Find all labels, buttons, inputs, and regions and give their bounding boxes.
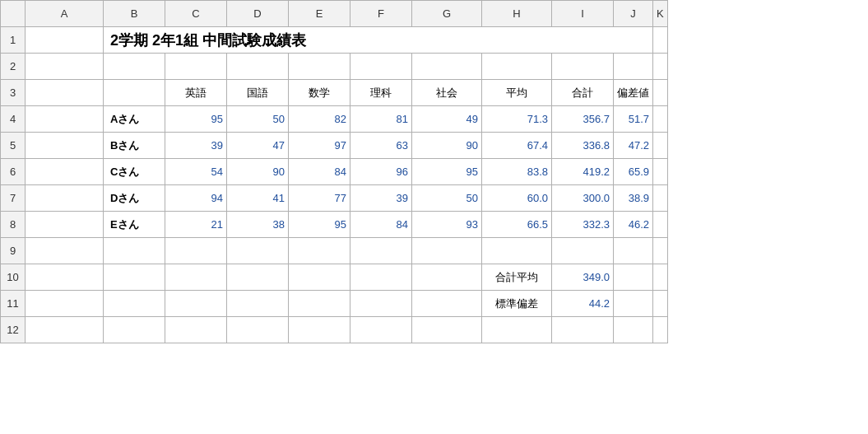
cell-a3: [26, 80, 104, 106]
rownum-7: 7: [1, 185, 26, 212]
cell-g10: [412, 264, 482, 291]
cell-f12: [350, 317, 412, 343]
gokei-a: 356.7: [552, 106, 614, 133]
cell-b12: [104, 317, 165, 343]
row-8: 8 Eさん 21 38 95 84 93 66.5 332.3 46.2: [1, 212, 668, 238]
hensachi-a: 51.7: [614, 106, 653, 133]
col-header-c: C: [165, 1, 227, 27]
rownum-2: 2: [1, 54, 26, 80]
cell-g11: [412, 291, 482, 317]
heikin-e: 66.5: [482, 212, 552, 238]
rownum-8: 8: [1, 212, 26, 238]
col-header-a: A: [26, 1, 104, 27]
rika-d: 39: [350, 185, 412, 212]
cell-a8: [26, 212, 104, 238]
kokugo-b: 47: [227, 133, 289, 159]
row-10: 10 合計平均 349.0: [1, 264, 668, 291]
cell-i2: [552, 54, 614, 80]
cell-d2: [227, 54, 289, 80]
std-dev-value: 44.2: [552, 291, 614, 317]
rika-c: 96: [350, 159, 412, 185]
shakai-d: 50: [412, 185, 482, 212]
rownum-10: 10: [1, 264, 26, 291]
shakai-b: 90: [412, 133, 482, 159]
header-kokugo: 国語: [227, 80, 289, 106]
header-hensachi: 偏差値: [614, 80, 653, 106]
row-12: 12: [1, 317, 668, 343]
gokei-b: 336.8: [552, 133, 614, 159]
col-header-f: F: [350, 1, 412, 27]
cell-d10: [227, 264, 289, 291]
col-header-e: E: [289, 1, 350, 27]
gokei-e: 332.3: [552, 212, 614, 238]
cell-j10: [614, 264, 653, 291]
kokugo-c: 90: [227, 159, 289, 185]
sugaku-e: 95: [289, 212, 350, 238]
cell-a12: [26, 317, 104, 343]
cell-k5: [653, 133, 668, 159]
gokei-c: 419.2: [552, 159, 614, 185]
cell-d11: [227, 291, 289, 317]
col-header-b: B: [104, 1, 165, 27]
cell-g12: [412, 317, 482, 343]
header-rika: 理科: [350, 80, 412, 106]
cell-d9: [227, 238, 289, 264]
kokugo-d: 41: [227, 185, 289, 212]
eigo-e: 21: [165, 212, 227, 238]
cell-k7: [653, 185, 668, 212]
cell-k12: [653, 317, 668, 343]
rownum-11: 11: [1, 291, 26, 317]
cell-k4: [653, 106, 668, 133]
cell-a2: [26, 54, 104, 80]
cell-f10: [350, 264, 412, 291]
cell-b11: [104, 291, 165, 317]
shakai-e: 93: [412, 212, 482, 238]
heikin-d: 60.0: [482, 185, 552, 212]
col-header-h: H: [482, 1, 552, 27]
col-header-k: K: [653, 1, 668, 27]
cell-b3: [104, 80, 165, 106]
rika-e: 84: [350, 212, 412, 238]
kokugo-a: 50: [227, 106, 289, 133]
heikin-c: 83.8: [482, 159, 552, 185]
cell-f9: [350, 238, 412, 264]
cell-c9: [165, 238, 227, 264]
cell-i9: [552, 238, 614, 264]
sugaku-b: 97: [289, 133, 350, 159]
row-2: 2: [1, 54, 668, 80]
cell-c12: [165, 317, 227, 343]
spreadsheet: A B C D E F G H I J K 1 2学期 2年1組 中間試験成績表…: [0, 0, 668, 343]
shakai-a: 49: [412, 106, 482, 133]
gokei-d: 300.0: [552, 185, 614, 212]
cell-a5: [26, 133, 104, 159]
cell-j9: [614, 238, 653, 264]
rownum-9: 9: [1, 238, 26, 264]
hensachi-b: 47.2: [614, 133, 653, 159]
rika-a: 81: [350, 106, 412, 133]
row-6: 6 Cさん 54 90 84 96 95 83.8 419.2 65.9: [1, 159, 668, 185]
row-7: 7 Dさん 94 41 77 39 50 60.0 300.0 38.9: [1, 185, 668, 212]
header-heikin: 平均: [482, 80, 552, 106]
cell-j12: [614, 317, 653, 343]
rownum-1: 1: [1, 27, 26, 54]
rika-b: 63: [350, 133, 412, 159]
hensachi-e: 46.2: [614, 212, 653, 238]
col-header-i: I: [552, 1, 614, 27]
cell-c10: [165, 264, 227, 291]
cell-g9: [412, 238, 482, 264]
cell-a4: [26, 106, 104, 133]
cell-k3: [653, 80, 668, 106]
cell-f2: [350, 54, 412, 80]
shakai-c: 95: [412, 159, 482, 185]
cell-a9: [26, 238, 104, 264]
row-11: 11 標準偏差 44.2: [1, 291, 668, 317]
sugaku-a: 82: [289, 106, 350, 133]
cell-f11: [350, 291, 412, 317]
cell-c2: [165, 54, 227, 80]
cell-h12: [482, 317, 552, 343]
gokei-heikin-value: 349.0: [552, 264, 614, 291]
cell-i12: [552, 317, 614, 343]
row-5: 5 Bさん 39 47 97 63 90 67.4 336.8 47.2: [1, 133, 668, 159]
cell-k9: [653, 238, 668, 264]
cell-a7: [26, 185, 104, 212]
